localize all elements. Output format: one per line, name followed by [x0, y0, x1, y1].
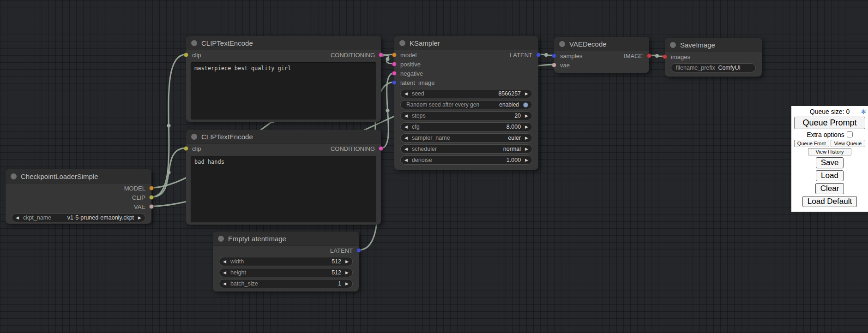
extra-options-label: Extra options — [807, 131, 844, 138]
decrement-arrow-icon[interactable]: ◀ — [404, 125, 408, 129]
model-latent-slot-row: model LATENT — [394, 50, 538, 59]
vae-input-port[interactable] — [552, 63, 556, 67]
node-title-bar[interactable]: CLIPTextEncode — [186, 130, 381, 144]
increment-arrow-icon[interactable]: ▶ — [525, 92, 528, 96]
node-checkpoint-loader[interactable]: CheckpointLoaderSimple MODEL CLIP VAE ◀ … — [6, 169, 151, 224]
increment-arrow-icon[interactable]: ▶ — [138, 216, 141, 220]
node-ksampler[interactable]: KSampler model LATENT positive negative … — [394, 36, 538, 170]
node-title: CheckpointLoaderSimple — [21, 172, 98, 180]
decrement-arrow-icon[interactable]: ◀ — [16, 216, 19, 220]
filename-prefix-widget[interactable]: filename_prefix ComfyUI — [671, 63, 756, 72]
node-title-bar[interactable]: SaveImage — [665, 38, 762, 52]
increment-arrow-icon[interactable]: ▶ — [345, 282, 349, 286]
link-center-dot — [386, 57, 390, 61]
save-button[interactable]: Save — [816, 157, 844, 168]
node-title: KSampler — [410, 39, 440, 47]
increment-arrow-icon[interactable]: ▶ — [525, 136, 528, 140]
seed-widget[interactable]: ◀ seed 8566257 ▶ — [400, 89, 532, 98]
model-input-port[interactable] — [392, 53, 397, 57]
clip-output-port[interactable] — [149, 195, 154, 200]
increment-arrow-icon[interactable]: ▶ — [525, 125, 528, 129]
node-collapse-icon[interactable] — [191, 40, 197, 46]
clip-input-port[interactable] — [184, 146, 188, 151]
negative-input-port[interactable] — [392, 71, 397, 76]
decrement-arrow-icon[interactable]: ◀ — [404, 158, 408, 162]
node-collapse-icon[interactable] — [670, 42, 676, 48]
comfy-menu[interactable]: Queue size: 0 ✻ Queue Prompt Extra optio… — [791, 106, 868, 212]
node-vae-decode[interactable]: VAEDecode samples IMAGE vae — [554, 37, 649, 73]
view-history-button[interactable]: View History — [808, 148, 852, 155]
node-title: EmptyLatentImage — [228, 235, 286, 243]
random-seed-toggle-widget[interactable]: Random seed after every gen enabled — [400, 100, 532, 109]
link-center-dot — [544, 53, 548, 57]
node-clip-text-encode-negative[interactable]: CLIPTextEncode clip CONDITIONING bad han… — [186, 130, 381, 225]
scheduler-widget[interactable]: ◀ scheduler normal ▶ — [400, 144, 532, 154]
node-title-bar[interactable]: EmptyLatentImage — [213, 232, 359, 246]
view-queue-button[interactable]: View Queue — [831, 140, 866, 147]
negative-prompt-textarea[interactable]: bad hands — [191, 156, 376, 222]
increment-arrow-icon[interactable]: ▶ — [345, 271, 349, 275]
positive-input-port[interactable] — [392, 62, 397, 66]
load-default-button[interactable]: Load Default — [802, 196, 857, 207]
link-clip-negative[interactable] — [151, 148, 186, 197]
node-collapse-icon[interactable] — [559, 41, 565, 47]
increment-arrow-icon[interactable]: ▶ — [525, 147, 528, 151]
node-collapse-icon[interactable] — [399, 40, 405, 46]
decrement-arrow-icon[interactable]: ◀ — [223, 260, 226, 264]
node-save-image[interactable]: SaveImage images filename_prefix ComfyUI — [665, 38, 762, 77]
latent-output-port[interactable] — [356, 248, 361, 253]
node-collapse-icon[interactable] — [191, 134, 197, 140]
clear-button[interactable]: Clear — [815, 183, 844, 194]
positive-prompt-textarea[interactable]: masterpiece best quality girl — [191, 62, 376, 119]
conditioning-output-port[interactable] — [379, 146, 383, 151]
node-title: CLIPTextEncode — [201, 39, 253, 47]
output-slot-clip: CLIP — [6, 193, 151, 202]
queue-prompt-button[interactable]: Queue Prompt — [794, 117, 865, 129]
samples-input-port[interactable] — [552, 54, 556, 58]
increment-arrow-icon[interactable]: ▶ — [525, 158, 528, 162]
increment-arrow-icon[interactable]: ▶ — [525, 114, 528, 118]
node-empty-latent-image[interactable]: EmptyLatentImage LATENT ◀ width 512 ▶ ◀ … — [213, 232, 359, 291]
queue-front-button[interactable]: Queue Front — [794, 140, 829, 147]
decrement-arrow-icon[interactable]: ◀ — [404, 92, 408, 96]
decrement-arrow-icon[interactable]: ◀ — [404, 136, 408, 140]
decrement-arrow-icon[interactable]: ◀ — [404, 114, 408, 118]
denoise-widget[interactable]: ◀ denoise 1.000 ▶ — [400, 155, 532, 165]
node-title-bar[interactable]: CheckpointLoaderSimple — [6, 169, 151, 184]
cfg-widget[interactable]: ◀ cfg 8.000 ▶ — [400, 122, 532, 131]
load-button[interactable]: Load — [816, 170, 844, 181]
link-clip-positive[interactable] — [151, 54, 186, 197]
increment-arrow-icon[interactable]: ▶ — [345, 260, 349, 264]
node-title: SaveImage — [680, 41, 715, 49]
latent-output-port[interactable] — [536, 53, 541, 57]
node-clip-text-encode-positive[interactable]: CLIPTextEncode clip CONDITIONING masterp… — [186, 36, 381, 122]
batch-size-widget[interactable]: ◀ batch_size 1 ▶ — [219, 279, 353, 288]
node-title-bar[interactable]: KSampler — [394, 36, 538, 50]
vae-output-port[interactable] — [149, 204, 154, 209]
ckpt-name-widget[interactable]: ◀ ckpt_name v1-5-pruned-emaonly.ckpt ▶ — [12, 213, 145, 222]
height-widget[interactable]: ◀ height 512 ▶ — [219, 268, 353, 277]
clip-input-port[interactable] — [184, 53, 188, 57]
decrement-arrow-icon[interactable]: ◀ — [223, 271, 226, 275]
node-title-bar[interactable]: VAEDecode — [554, 37, 649, 51]
node-title: CLIPTextEncode — [201, 133, 253, 141]
node-graph-canvas[interactable]: CheckpointLoaderSimple MODEL CLIP VAE ◀ … — [0, 0, 868, 333]
toggle-on-icon[interactable] — [523, 102, 528, 107]
conditioning-output-port[interactable] — [379, 53, 383, 57]
width-widget[interactable]: ◀ width 512 ▶ — [219, 257, 353, 266]
model-output-port[interactable] — [149, 186, 154, 190]
extra-options-checkbox[interactable] — [847, 131, 853, 137]
decrement-arrow-icon[interactable]: ◀ — [223, 282, 226, 286]
positive-slot-row: positive — [394, 59, 538, 69]
steps-widget[interactable]: ◀ steps 20 ▶ — [400, 111, 532, 120]
images-input-port[interactable] — [663, 54, 667, 59]
decrement-arrow-icon[interactable]: ◀ — [404, 147, 408, 151]
negative-slot-row: negative — [394, 69, 538, 78]
sampler-name-widget[interactable]: ◀ sampler_name euler ▶ — [400, 133, 532, 143]
node-collapse-icon[interactable] — [218, 236, 224, 242]
image-output-port[interactable] — [647, 54, 651, 58]
node-collapse-icon[interactable] — [11, 173, 17, 179]
latent-image-input-port[interactable] — [392, 80, 397, 85]
node-title-bar[interactable]: CLIPTextEncode — [186, 36, 381, 50]
settings-icon[interactable]: ✻ — [861, 107, 866, 116]
